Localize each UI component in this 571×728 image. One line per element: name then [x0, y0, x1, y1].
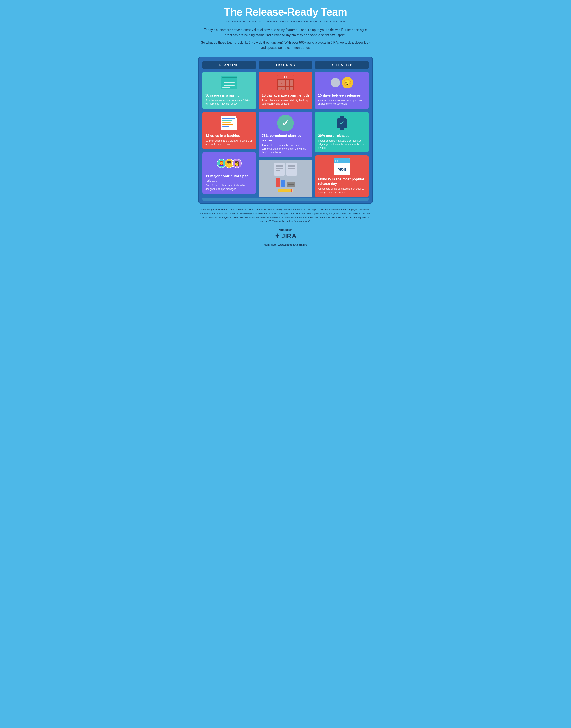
- card-between-releases-desc: A strong continuous integration practice…: [318, 99, 366, 106]
- card-between-releases-title: 15 days between releases: [318, 93, 361, 98]
- col-header-releasing: RELEASING: [315, 61, 368, 68]
- page-title: The Release-Ready Team: [198, 6, 373, 18]
- check-circle-icon: ✓: [277, 115, 294, 131]
- list-line-blue: [222, 118, 235, 119]
- intro-para2: So what do those teams look like? How do…: [198, 40, 373, 50]
- paper-2-icon: [286, 163, 297, 175]
- usb-base-icon: [287, 182, 295, 187]
- calendar-icon: [277, 75, 294, 91]
- tracking-column: 10 day average sprint length A good bala…: [259, 71, 312, 197]
- card-more-releases-desc: Faster speed to market is a competitive …: [318, 139, 366, 150]
- card-completed-issues-desc: Teams stretch themselves and aim to comp…: [262, 144, 310, 154]
- pencil-paper-icon-area: [262, 163, 310, 192]
- card-between-releases: 😊 15 days between releases A strong cont…: [315, 71, 368, 109]
- card-monday-desc: All aspects of the business are on deck …: [318, 187, 366, 194]
- monitor-icon: [221, 76, 237, 90]
- checkmark-icon: ✓: [282, 118, 289, 128]
- smiley-icon-area: 😊: [318, 75, 366, 91]
- subtitle: AN INSIDE LOOK AT TEAMS THAT RELEASE EAR…: [198, 20, 373, 23]
- card-sprint-length-desc: A good balance between stability, backlo…: [262, 99, 310, 106]
- mon-text: Mon: [337, 167, 346, 172]
- cal-cell: [278, 80, 281, 83]
- intro-para1: Today's customers crave a steady diet of…: [198, 27, 373, 38]
- cal-cell: [282, 84, 286, 86]
- paper-line: [275, 170, 280, 171]
- atlassian-logo: Atlassian: [198, 228, 373, 232]
- cal-cell: [286, 80, 289, 83]
- cal-circle-1: [335, 160, 336, 162]
- card-completed-issues: ✓ 73% completed planned issues Teams str…: [259, 112, 312, 157]
- monitor-line-4: [222, 87, 230, 88]
- cal-cell: [286, 84, 289, 86]
- col-header-planning: PLANNING: [203, 61, 256, 68]
- card-issues-sprint-title: 30 issues in a sprint: [205, 93, 239, 98]
- cal-cell: [286, 87, 289, 90]
- cal-cell: [278, 87, 281, 90]
- card-sprint-length: 10 day average sprint length A good bala…: [259, 71, 312, 109]
- main-container: PLANNING TRACKING RELEASING 30 i: [198, 56, 373, 203]
- monitor-line-2: [222, 84, 230, 85]
- faces-icon: 👩‍🦰 👦 👩: [217, 159, 242, 168]
- cal-circle-2: [337, 160, 338, 162]
- watch-icon: ✓: [336, 116, 348, 130]
- cal-cell: [278, 84, 281, 86]
- watch-strap-top: [340, 116, 344, 118]
- list-card-icon-area: [205, 115, 253, 131]
- cal-dot-1: [284, 76, 285, 78]
- planning-column: 30 issues in a sprint Smaller stories en…: [203, 71, 256, 197]
- calendar-mon-icon: Mon: [334, 158, 350, 175]
- columns-header: PLANNING TRACKING RELEASING: [203, 61, 368, 68]
- face-3-icon: 👩: [232, 159, 242, 168]
- paper-1-icon: [274, 163, 285, 175]
- list-line-orange: [222, 124, 233, 125]
- smiley-icon: 😊: [331, 77, 353, 89]
- list-card-icon: [221, 116, 237, 130]
- cal-dot-2: [286, 76, 288, 78]
- learn-more-label: learn more:: [264, 243, 277, 246]
- usb-pen-area: [276, 178, 295, 187]
- cal-cell: [290, 80, 293, 83]
- cal-cell: [282, 80, 286, 83]
- container-bottom-bar: [203, 198, 368, 201]
- jira-icon: ✦: [274, 232, 280, 240]
- card-issues-sprint: 30 issues in a sprint Smaller stories en…: [203, 71, 256, 109]
- cal-mon-body: Mon: [334, 163, 350, 175]
- usb-icon-2: [281, 180, 285, 187]
- col-header-tracking: TRACKING: [259, 61, 312, 68]
- monitor-line-1: [224, 82, 235, 83]
- card-issues-sprint-desc: Smaller stories ensure teams aren't biti…: [205, 99, 253, 106]
- cal-cell: [290, 84, 293, 86]
- card-epics-backlog-title: 12 epics in a backlog: [205, 134, 240, 138]
- columns-grid: 30 issues in a sprint Smaller stories en…: [203, 71, 368, 197]
- monitor-icon-area: [205, 75, 253, 91]
- list-line-blue2: [222, 126, 229, 127]
- paper-line: [288, 168, 296, 169]
- paper-line: [275, 166, 283, 167]
- atlassian-text: Atlassian: [279, 228, 292, 232]
- calendar-icon-area: [262, 75, 310, 91]
- paper-line: [288, 166, 296, 167]
- card-monday-title: Monday is the most popular release day: [318, 177, 366, 186]
- releasing-column: 😊 15 days between releases A strong cont…: [315, 71, 368, 197]
- card-more-releases: ✓ 20% more releases Faster speed to mark…: [315, 112, 368, 152]
- paper-line: [275, 168, 283, 169]
- circle-gray-icon: [331, 78, 340, 87]
- header: The Release-Ready Team AN INSIDE LOOK AT…: [198, 6, 373, 50]
- card-contributors-title: 11 major contributors per release: [205, 174, 253, 183]
- pencil-icon: [278, 189, 293, 192]
- calendar-mon-icon-area: Mon: [318, 158, 366, 175]
- watch-check-icon: ✓: [340, 120, 344, 126]
- card-sprint-length-title: 10 day average sprint length: [262, 93, 309, 98]
- usb-stripe: [288, 184, 294, 185]
- paper-stack-icon: [274, 163, 297, 175]
- cal-header: [277, 75, 294, 79]
- paper-line: [275, 165, 283, 166]
- card-completed-issues-title: 73% completed planned issues: [262, 134, 310, 143]
- learn-more-url[interactable]: www.atlassian.com/jira: [278, 243, 307, 246]
- dot-red-icon: [236, 116, 238, 118]
- card-monday-release: Mon Monday is the most popular release d…: [315, 155, 368, 197]
- cal-circles: [335, 160, 338, 162]
- learn-more-area: learn more: www.atlassian.com/jira: [198, 243, 373, 246]
- watch-body-icon: ✓: [337, 118, 347, 128]
- cal-cell: [290, 87, 293, 90]
